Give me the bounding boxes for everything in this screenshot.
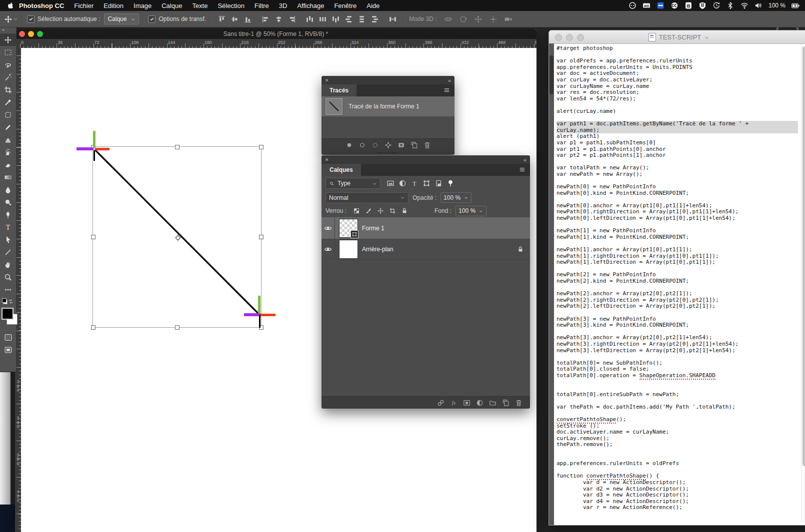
script-code[interactable]: #target photoshop var oldPrefs = app.pre… — [556, 43, 798, 523]
slide-3d-icon[interactable] — [486, 15, 501, 23]
fx-button[interactable]: fx — [447, 399, 460, 406]
edit-toolbar[interactable] — [0, 283, 16, 296]
tab-layers[interactable]: Calques — [322, 164, 361, 176]
creative-cloud-icon[interactable] — [670, 1, 678, 10]
screen-mode-button[interactable] — [4, 345, 12, 354]
foreground-color-swatch[interactable] — [2, 308, 14, 320]
checkbox-checked-icon[interactable] — [148, 15, 156, 23]
align-left-icon[interactable] — [259, 15, 272, 23]
pen-tool[interactable] — [0, 208, 16, 221]
close-panel-icon[interactable]: ✕ — [325, 78, 329, 83]
orbit-3d-icon[interactable] — [441, 15, 456, 23]
dist-bottom-icon[interactable] — [329, 15, 342, 23]
menu-selection[interactable]: Sélection — [212, 2, 249, 9]
blend-mode-dropdown[interactable]: Normal — [326, 192, 408, 203]
close-window-button[interactable] — [555, 34, 562, 41]
path-select-tool[interactable] — [0, 233, 16, 246]
chat-icon[interactable] — [628, 1, 636, 10]
menu-affichage[interactable]: Affichage — [292, 2, 329, 9]
menu-calque[interactable]: Calque — [156, 2, 187, 9]
trash-button[interactable] — [512, 399, 525, 406]
shape-filter-icon[interactable] — [420, 179, 432, 187]
blur-tool[interactable] — [0, 183, 16, 196]
collapse-panel-icon[interactable]: « — [524, 157, 526, 163]
stroke-path-button[interactable] — [356, 141, 368, 148]
align-hcenter-icon[interactable] — [272, 15, 285, 23]
minimize-window-button[interactable] — [28, 31, 34, 37]
tab-paths[interactable]: Tracés — [322, 84, 356, 96]
folder-button[interactable] — [486, 399, 499, 406]
scrollbar-thumb[interactable] — [802, 46, 805, 466]
crop-tool[interactable] — [0, 83, 16, 96]
panel-menu-icon[interactable] — [518, 166, 526, 173]
menu-image[interactable]: Image — [128, 2, 156, 9]
bluetooth-icon[interactable] — [726, 1, 734, 10]
eraser-tool[interactable] — [0, 158, 16, 171]
eyedropper-tool[interactable] — [0, 96, 16, 108]
adjustment-button[interactable] — [473, 399, 486, 406]
bitdefender-icon[interactable]: B — [684, 1, 692, 10]
dist-left-icon[interactable] — [342, 15, 355, 23]
mask-button[interactable] — [460, 399, 473, 406]
dist-spacing-icon[interactable] — [386, 15, 399, 23]
wd-icon[interactable]: WD — [642, 1, 650, 10]
zoom-tool[interactable] — [0, 271, 16, 283]
menu-fenetre[interactable]: Fenêtre — [329, 2, 362, 9]
trash-button[interactable] — [420, 141, 434, 148]
visibility-eye-icon[interactable] — [322, 239, 335, 259]
zoom-window-button[interactable] — [37, 31, 43, 37]
collapse-panel-icon[interactable]: « — [448, 77, 451, 83]
pan-3d-icon[interactable] — [471, 15, 486, 23]
artboard-small-icon[interactable] — [386, 207, 398, 215]
layer-name[interactable]: Forme 1 — [362, 225, 384, 232]
wifi-icon[interactable] — [740, 1, 748, 10]
panel-resize-handle[interactable] — [322, 151, 454, 155]
chevron-down-icon[interactable] — [704, 33, 710, 41]
left-scrollbar-thumb[interactable] — [550, 55, 554, 94]
left-scrollbar-track[interactable] — [549, 43, 554, 525]
layer-filter-dropdown[interactable]: Type — [326, 178, 380, 189]
gradient-tool[interactable] — [0, 171, 16, 183]
scrollbar-track[interactable] — [801, 44, 805, 522]
move-tool[interactable] — [0, 33, 16, 46]
close-window-button[interactable] — [19, 31, 25, 37]
menu-edition[interactable]: Edition — [98, 2, 128, 9]
healing-tool[interactable] — [0, 108, 16, 121]
type-tool[interactable]: T — [0, 221, 16, 233]
dist-vcenter-icon[interactable] — [316, 15, 329, 23]
line-tool[interactable] — [0, 246, 16, 258]
new-path-button[interactable] — [408, 141, 420, 148]
align-top-icon[interactable] — [215, 15, 228, 23]
path-row[interactable]: Tracé de la forme Forme 1 — [322, 96, 454, 116]
auto-select-dropdown[interactable]: Calque — [104, 13, 139, 24]
dist-right-icon[interactable] — [368, 15, 381, 23]
transform-controls-checkbox[interactable]: Options de transf. — [148, 15, 206, 23]
default-colors-icon[interactable] — [2, 298, 8, 304]
script-titlebar[interactable]: TEST-SCRIPT — [549, 30, 805, 44]
selection-path-button[interactable] — [368, 141, 382, 148]
menu-fichier[interactable]: Fichier — [69, 2, 98, 9]
panel-menu-icon[interactable] — [443, 86, 450, 94]
lasso-tool[interactable] — [0, 58, 16, 71]
camera-3d-icon[interactable] — [501, 15, 516, 23]
checkbox-checked-icon[interactable] — [27, 15, 34, 23]
marquee-tool[interactable] — [0, 46, 16, 58]
collapse-toolbar-button[interactable]: » — [0, 27, 16, 33]
clone-stamp-tool[interactable] — [0, 133, 16, 146]
swap-colors-icon[interactable] — [8, 297, 14, 306]
align-right-icon[interactable] — [285, 15, 298, 23]
filter-toggle-icon[interactable] — [444, 179, 456, 187]
layer-row-forme-1[interactable]: Forme 1 — [322, 217, 530, 239]
lock-icon[interactable] — [398, 207, 410, 215]
menu-3d[interactable]: 3D — [274, 2, 292, 9]
smartobject-filter-icon[interactable] — [432, 179, 444, 187]
menu-texte[interactable]: Texte — [187, 2, 212, 9]
document-titlebar[interactable]: Sans titre-1 @ 50% (Forme 1, RVB/8) * — [15, 29, 536, 39]
zoom-window-button[interactable] — [577, 34, 584, 41]
move-small-icon[interactable] — [374, 207, 386, 215]
history-brush-tool[interactable] — [0, 146, 16, 158]
volume-icon[interactable] — [754, 1, 762, 10]
dist-hcenter-icon[interactable] — [355, 15, 368, 23]
layer-name[interactable]: Arrière-plan — [362, 246, 394, 253]
checkerboard-icon[interactable] — [350, 207, 362, 215]
